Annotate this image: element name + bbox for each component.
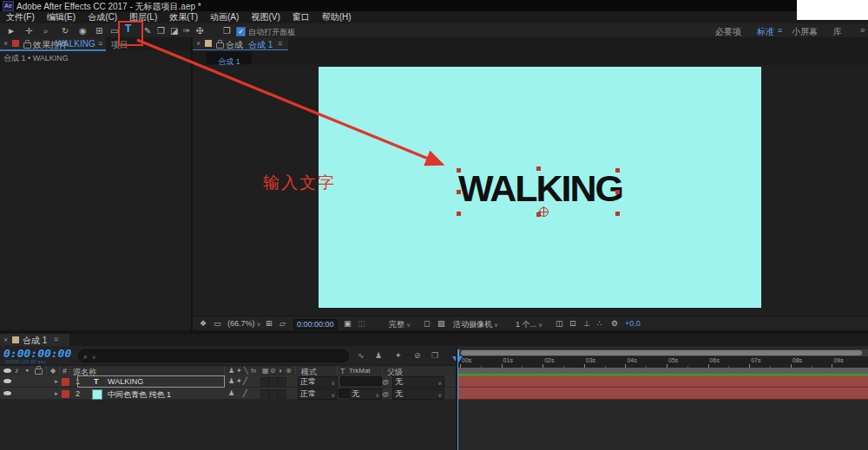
viewer-timecode[interactable]: 0:00:00:00 bbox=[293, 319, 338, 329]
close-icon[interactable]: × bbox=[3, 336, 8, 344]
switch-header-icon-6[interactable]: ⊘ bbox=[270, 367, 276, 375]
layer1-twirl-icon[interactable]: ► bbox=[54, 379, 59, 384]
layer1-switch-icon-1[interactable]: ♟ bbox=[228, 377, 234, 385]
layer2-switch-cell[interactable] bbox=[260, 389, 269, 399]
text-layer-canvas[interactable]: WALKING bbox=[458, 166, 618, 210]
workspace-overflow-icon[interactable]: » bbox=[860, 25, 865, 35]
menu-item-合成[interactable]: 合成(C) bbox=[82, 11, 123, 23]
camera-tool-icon[interactable]: ◉ bbox=[79, 26, 87, 36]
layer2-mode-dropdown[interactable]: 正常∨ bbox=[298, 388, 338, 400]
resolution-dropdown[interactable]: 完整∨ bbox=[389, 319, 411, 330]
layer2-switch-icon-2[interactable]: ╱ bbox=[243, 389, 247, 397]
workspace-tab-2[interactable]: 标准 bbox=[757, 26, 774, 38]
timeline-navigator-bar[interactable] bbox=[461, 350, 862, 355]
layer2-duration-bar[interactable] bbox=[457, 388, 868, 400]
menu-item-窗口[interactable]: 窗口 bbox=[286, 11, 316, 23]
layer1-mode-dropdown[interactable]: 正常∨ bbox=[298, 376, 338, 388]
mini-flowchart-icon[interactable]: ∴ bbox=[597, 319, 602, 328]
pixel-aspect-icon[interactable]: ⊡ bbox=[569, 319, 576, 328]
brush-tool-icon[interactable]: ✎ bbox=[144, 26, 151, 36]
zoom-tool-icon[interactable]: ⌕ bbox=[43, 26, 49, 36]
lock-icon[interactable] bbox=[23, 42, 31, 49]
layer2-twirl-icon[interactable]: ► bbox=[54, 391, 59, 396]
switch-header-icon-1[interactable]: ♟ bbox=[228, 367, 234, 375]
close-icon[interactable]: × bbox=[3, 39, 8, 48]
layer2-switch-cell[interactable] bbox=[269, 389, 278, 399]
lock-column-icon[interactable] bbox=[35, 368, 43, 375]
fast-preview-icon[interactable]: ⊥ bbox=[583, 319, 590, 328]
panel-menu-icon[interactable]: ≡ bbox=[98, 39, 102, 48]
playhead-handle[interactable] bbox=[452, 356, 463, 364]
trkmat-t-column-header[interactable]: T bbox=[340, 367, 345, 375]
show-snapshot-icon[interactable]: ◫ bbox=[358, 319, 365, 328]
menu-item-文件[interactable]: 文件(F) bbox=[0, 11, 41, 23]
menu-item-视图[interactable]: 视图(V) bbox=[245, 11, 286, 23]
hand-tool-icon[interactable]: ✛ bbox=[25, 26, 32, 36]
timeline-option-icon-5[interactable]: ❐ bbox=[431, 351, 438, 360]
auto-open-panel-checkbox[interactable]: ✓ bbox=[236, 27, 246, 36]
timeline-option-icon-1[interactable]: ∿ bbox=[358, 351, 365, 360]
switch-header-icon-5[interactable]: ▦ bbox=[262, 367, 269, 375]
puppet-pin-tool-icon[interactable]: ✠ bbox=[196, 26, 203, 36]
layer1-switch-cell[interactable] bbox=[269, 377, 278, 387]
monitor-icon[interactable]: ▭ bbox=[214, 319, 221, 328]
label-column-icon[interactable]: ◆ bbox=[50, 367, 56, 375]
mask-roi-icon[interactable]: ▱ bbox=[279, 319, 286, 328]
region-of-interest-icon[interactable]: ◻ bbox=[424, 319, 430, 328]
layer1-switch-icon-3[interactable]: ╱ bbox=[243, 377, 247, 385]
solo-column-icon[interactable]: ● bbox=[25, 367, 29, 373]
switch-header-icon-3[interactable]: ╲ bbox=[244, 367, 248, 375]
layer2-name[interactable]: 中间色青色 纯色 1 bbox=[108, 389, 171, 401]
roto-brush-tool-icon[interactable]: ✑ bbox=[183, 26, 190, 36]
trkmat-column-header[interactable]: TrkMat bbox=[349, 367, 371, 375]
transparency-grid-icon[interactable]: ▨ bbox=[437, 319, 445, 328]
menu-item-效果[interactable]: 效果(T) bbox=[163, 11, 204, 23]
layer1-parent-pickwhip-icon[interactable]: @ bbox=[382, 378, 389, 387]
work-area-bar[interactable] bbox=[457, 368, 868, 374]
panel-menu-icon[interactable]: ≡ bbox=[54, 335, 58, 343]
viewer-tab-comp1[interactable]: 合成 1 bbox=[207, 52, 252, 64]
timeline-timecode[interactable]: 0:00:00:00 bbox=[3, 347, 71, 360]
panel-button-icon[interactable]: ❒ bbox=[223, 26, 231, 36]
view-count-dropdown[interactable]: 1 个...∨ bbox=[516, 319, 542, 330]
exposure-value[interactable]: +0.0 bbox=[625, 319, 641, 328]
clone-stamp-tool-icon[interactable]: ❐ bbox=[157, 26, 165, 36]
view-layout-icon[interactable]: ◫ bbox=[556, 319, 563, 328]
close-icon[interactable]: × bbox=[196, 39, 201, 48]
switch-header-icon-2[interactable]: ✦ bbox=[236, 367, 242, 375]
snapshot-icon[interactable]: ▣ bbox=[344, 319, 352, 328]
switch-header-icon-8[interactable]: ⊕ bbox=[286, 367, 292, 375]
camera-dropdown[interactable]: 活动摄像机∨ bbox=[453, 319, 498, 330]
layer2-parent-dropdown[interactable]: 无∨ bbox=[392, 388, 444, 400]
layer2-trkmat-dropdown[interactable]: 无∨ bbox=[349, 388, 382, 400]
tab-timeline-comp1[interactable]: × 合成 1 ≡ bbox=[0, 334, 69, 346]
tab-composition[interactable]: × 合成 合成 1 ≡ bbox=[193, 37, 288, 50]
rotation-tool-icon[interactable]: ↻ bbox=[62, 26, 69, 36]
eraser-tool-icon[interactable]: ◪ bbox=[170, 26, 178, 36]
pan-behind-tool-icon[interactable]: ⊞ bbox=[95, 26, 102, 36]
switch-header-icon-7[interactable]: ◑ bbox=[278, 367, 282, 375]
layer1-switch-cell[interactable] bbox=[278, 377, 286, 387]
number-column-header[interactable]: # bbox=[62, 367, 67, 375]
timeline-option-icon-3[interactable]: ✦ bbox=[395, 351, 402, 360]
tab-effect-controls[interactable]: × 效果控件 WALKING ≡ bbox=[0, 37, 106, 50]
exposure-gear-icon[interactable]: ⚙ bbox=[611, 319, 618, 328]
panel-menu-icon[interactable]: ≡ bbox=[278, 39, 282, 48]
layer1-parent-dropdown[interactable]: 无∨ bbox=[392, 376, 444, 388]
layer2-eye-icon[interactable] bbox=[3, 391, 11, 395]
audio-column-icon[interactable]: ♪ bbox=[15, 366, 19, 375]
layer1-switch-cell[interactable] bbox=[260, 377, 269, 387]
workspace-menu-icon[interactable]: ≡ bbox=[778, 26, 782, 35]
menu-item-编辑[interactable]: 编辑(E) bbox=[41, 11, 82, 23]
layer2-parent-pickwhip-icon[interactable]: @ bbox=[382, 390, 389, 399]
layer1-label-swatch[interactable] bbox=[62, 378, 69, 386]
menu-item-帮助[interactable]: 帮助(H) bbox=[316, 11, 358, 23]
layer2-switch-cell[interactable] bbox=[278, 389, 286, 399]
workspace-tab-3[interactable]: 小屏幕 bbox=[792, 26, 818, 38]
timeline-option-icon-4[interactable]: ⊘ bbox=[414, 351, 421, 360]
layer1-eye-icon[interactable] bbox=[3, 379, 11, 383]
selection-tool-icon[interactable]: ► bbox=[7, 26, 16, 36]
layer1-switch-icon-2[interactable]: ✦ bbox=[236, 377, 242, 385]
timeline-divider[interactable] bbox=[456, 346, 457, 450]
flowchart-icon[interactable]: ❖ bbox=[200, 319, 207, 328]
